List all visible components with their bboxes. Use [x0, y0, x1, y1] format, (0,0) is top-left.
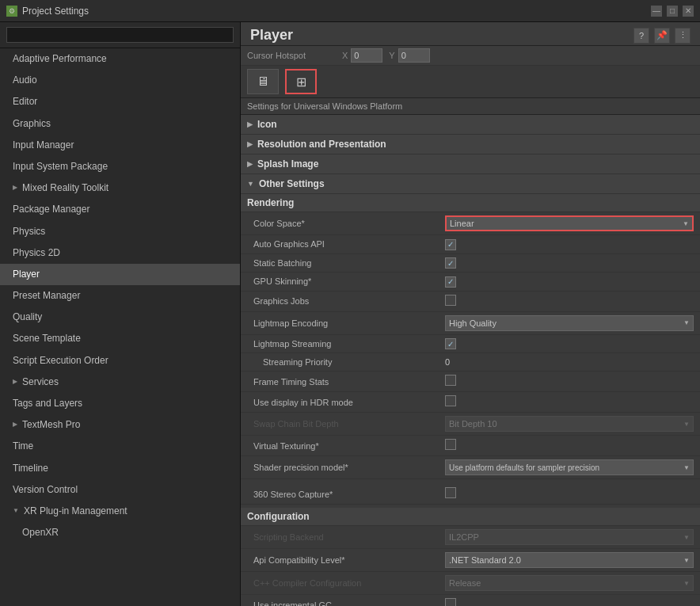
- lightmap-encoding-label: Lightmap Encoding: [241, 317, 439, 330]
- sidebar-item-xr-plug-in-management[interactable]: XR Plug-in Management: [0, 501, 240, 522]
- sidebar-item-player[interactable]: Player: [0, 264, 240, 285]
- hotspot-y-input[interactable]: [398, 48, 430, 63]
- settings-row-360-stereo: 360 Stereo Capture*: [241, 484, 700, 505]
- cpp-compiler-label: C++ Compiler Configuration: [241, 577, 439, 589]
- sidebar-item-input-system-package[interactable]: Input System Package: [0, 156, 240, 177]
- maximize-button[interactable]: □: [667, 6, 678, 17]
- sidebar-item-label: Scene Template: [13, 331, 81, 346]
- lightmap-streaming-checkbox[interactable]: [445, 338, 456, 349]
- gpu-skinning-value: [439, 274, 700, 289]
- gpu-skinning-label: GPU Skinning*: [241, 275, 439, 288]
- hotspot-x-input[interactable]: [351, 48, 382, 63]
- sidebar-item-audio[interactable]: Audio: [0, 70, 240, 91]
- settings-row-hdr-mode: Use display in HDR mode: [241, 392, 700, 413]
- platform-tabs: 🖥 ⊞: [241, 66, 700, 98]
- sidebar-item-version-control[interactable]: Version Control: [0, 479, 240, 501]
- page-title: Player: [250, 27, 293, 44]
- sidebar-item-quality[interactable]: Quality: [0, 307, 240, 328]
- sidebar-item-preset-manager[interactable]: Preset Manager: [0, 285, 240, 307]
- configuration-header: Configuration: [241, 508, 700, 526]
- hotspot-y-field: Y: [389, 48, 429, 63]
- sidebar-item-label: Package Manager: [13, 202, 89, 217]
- platform-tab-windows[interactable]: ⊞: [285, 69, 317, 94]
- settings-row-swap-chain-bit-depth: Swap Chain Bit Depth Bit Depth 10 ▼: [241, 413, 700, 436]
- incremental-gc-value: [439, 596, 700, 606]
- content-scroll[interactable]: ▶ Icon ▶ Resolution and Presentation ▶ S…: [241, 115, 700, 606]
- static-batching-label: Static Batching: [241, 257, 439, 269]
- hdr-mode-checkbox[interactable]: [445, 395, 456, 406]
- shader-precision-dropdown-arrow: ▼: [683, 464, 690, 471]
- settings-row-static-batching: Static Batching: [241, 254, 700, 273]
- section-resolution-arrow: ▶: [247, 140, 253, 148]
- frame-timing-stats-checkbox[interactable]: [445, 375, 456, 386]
- settings-row-api-compatibility: Api Compatibility Level* .NET Standard 2…: [241, 549, 700, 572]
- settings-row-graphics-jobs: Graphics Jobs: [241, 292, 700, 312]
- section-icon[interactable]: ▶ Icon: [241, 115, 700, 135]
- color-space-value: Linear ▼: [439, 214, 700, 233]
- swap-chain-dropdown-arrow: ▼: [683, 421, 690, 428]
- sidebar-item-graphics[interactable]: Graphics: [0, 113, 240, 135]
- sidebar-item-scene-template[interactable]: Scene Template: [0, 328, 240, 349]
- virtual-texturing-checkbox[interactable]: [445, 439, 456, 450]
- sidebar-item-tags-and-layers[interactable]: Tags and Layers: [0, 393, 240, 414]
- sidebar-item-services[interactable]: Services: [0, 372, 240, 393]
- window-title: Project Settings: [22, 6, 89, 17]
- api-compatibility-dropdown[interactable]: .NET Standard 2.0 ▼: [445, 552, 694, 568]
- section-resolution[interactable]: ▶ Resolution and Presentation: [241, 135, 700, 154]
- app-icon: ⚙: [6, 6, 17, 17]
- section-splash[interactable]: ▶ Splash Image: [241, 154, 700, 174]
- more-button[interactable]: ⋮: [675, 28, 690, 44]
- hotspot-row: Cursor Hotspot X Y: [241, 46, 700, 66]
- rendering-header: Rendering: [241, 194, 700, 212]
- shader-precision-dropdown[interactable]: Use platform defaults for sampler precis…: [445, 459, 694, 475]
- sidebar-item-openxr[interactable]: OpenXR: [0, 522, 240, 543]
- lightmap-encoding-dropdown[interactable]: High Quality ▼: [445, 315, 694, 331]
- pin-button[interactable]: 📌: [654, 28, 670, 44]
- graphics-jobs-checkbox[interactable]: [445, 295, 456, 306]
- graphics-jobs-label: Graphics Jobs: [241, 295, 439, 307]
- static-batching-checkbox[interactable]: [445, 257, 456, 269]
- sidebar-item-physics[interactable]: Physics: [0, 221, 240, 242]
- close-button[interactable]: ✕: [683, 6, 694, 17]
- streaming-priority-label: Streaming Priority: [241, 356, 439, 368]
- search-input[interactable]: [6, 27, 234, 43]
- sidebar-item-input-manager[interactable]: Input Manager: [0, 135, 240, 156]
- sidebar-item-label: Physics 2D: [13, 246, 60, 261]
- api-compatibility-label: Api Compatibility Level*: [241, 554, 439, 566]
- sidebar-item-editor[interactable]: Editor: [0, 91, 240, 112]
- 360-stereo-label: 360 Stereo Capture*: [241, 488, 439, 501]
- sidebar-item-label: Input Manager: [13, 138, 74, 153]
- 360-stereo-checkbox[interactable]: [445, 487, 456, 498]
- color-space-label: Color Space*: [241, 217, 439, 230]
- sidebar-item-mixed-reality-toolkit[interactable]: Mixed Reality Toolkit: [0, 177, 240, 199]
- sidebar-item-textmesh-pro[interactable]: TextMesh Pro: [0, 414, 240, 436]
- section-other-settings[interactable]: ▼ Other Settings: [241, 174, 700, 194]
- settings-row-auto-graphics-api: Auto Graphics API: [241, 235, 700, 254]
- monitor-icon: 🖥: [257, 74, 269, 89]
- sidebar-item-label: Time: [13, 439, 33, 454]
- platform-tab-monitor[interactable]: 🖥: [247, 69, 279, 94]
- color-space-dropdown[interactable]: Linear ▼: [445, 215, 694, 231]
- sidebar-item-label: Services: [22, 375, 59, 390]
- help-button[interactable]: ?: [633, 28, 649, 44]
- sidebar-item-label: TextMesh Pro: [22, 417, 80, 433]
- incremental-gc-checkbox[interactable]: [445, 598, 456, 606]
- sidebar-item-timeline[interactable]: Timeline: [0, 458, 240, 479]
- lightmap-streaming-value: [439, 337, 700, 352]
- settings-row-virtual-texturing: Virtual Texturing*: [241, 436, 700, 456]
- sidebar-item-physics2d[interactable]: Physics 2D: [0, 242, 240, 264]
- sidebar-item-adaptive-performance[interactable]: Adaptive Performance: [0, 48, 240, 70]
- sidebar-item-time[interactable]: Time: [0, 436, 240, 457]
- hotspot-x-label: X: [342, 51, 348, 60]
- sidebar-item-label: Preset Manager: [13, 288, 80, 303]
- minimize-button[interactable]: —: [651, 6, 662, 17]
- auto-graphics-api-checkbox[interactable]: [445, 239, 456, 250]
- gpu-skinning-checkbox[interactable]: [445, 276, 456, 288]
- lightmap-encoding-value: High Quality ▼: [439, 314, 700, 333]
- scripting-backend-label: Scripting Backend: [241, 531, 439, 543]
- sidebar-item-script-execution-order[interactable]: Script Execution Order: [0, 350, 240, 372]
- settings-row-lightmap-streaming: Lightmap Streaming: [241, 335, 700, 354]
- section-icon-label: Icon: [257, 119, 277, 130]
- sidebar-item-package-manager[interactable]: Package Manager: [0, 199, 240, 220]
- sidebar-item-label: Input System Package: [13, 159, 108, 174]
